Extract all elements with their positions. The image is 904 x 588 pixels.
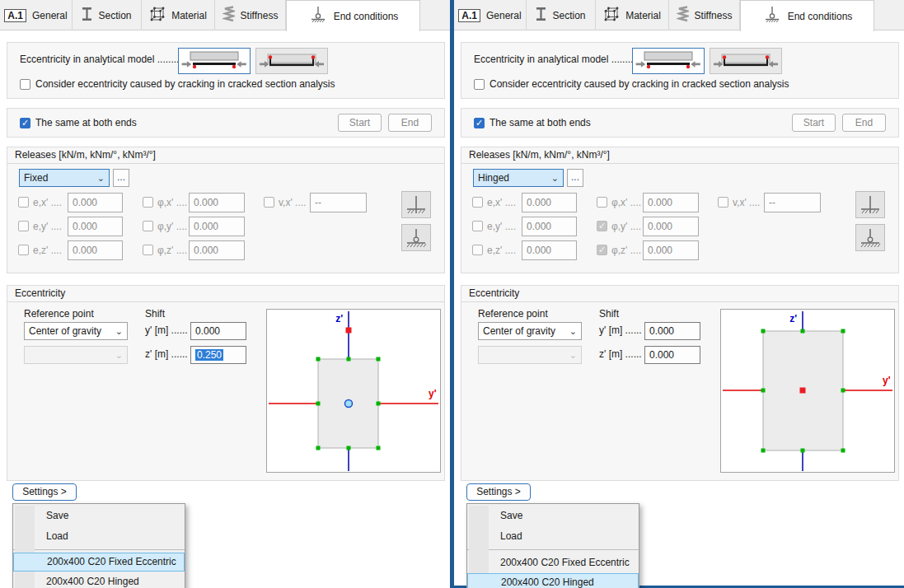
ecc-model-label: Eccentricity in analytical model .......… (474, 54, 639, 65)
phiy-checkbox[interactable] (597, 221, 607, 231)
y-axis-label: y' (883, 375, 891, 386)
tab-material[interactable]: Material (142, 0, 215, 30)
same-ends-checkbox[interactable] (20, 118, 30, 128)
y-shift-field[interactable]: 0.000 (190, 322, 246, 340)
ecc-model-option-center[interactable] (710, 48, 782, 74)
ecc-model-option-center[interactable] (255, 48, 328, 74)
end-button[interactable]: End (842, 114, 886, 132)
eccentricity-title: Eccentricity (7, 286, 444, 302)
ex-checkbox[interactable] (472, 197, 483, 208)
tab-label: Stiffness (695, 10, 733, 21)
ey-field[interactable]: 0.000 (68, 217, 123, 236)
fixed-support-button[interactable] (855, 191, 885, 218)
phiz-field[interactable]: 0.000 (189, 240, 245, 260)
tab-label: End conditions (788, 11, 853, 22)
z-shift-field[interactable]: 0.250 (190, 346, 246, 364)
shifted-point-marker (346, 328, 352, 334)
release-type-combo[interactable]: Fixed ⌄ (19, 169, 110, 187)
menu-item-preset-fixed-eccentric[interactable]: 200x400 C20 Fixed Eccentric (13, 553, 185, 572)
same-ends-label: The same at both ends (35, 117, 137, 128)
tab-label: General (486, 10, 522, 21)
same-ends-row: The same at both ends (474, 117, 591, 128)
fixed-support-button[interactable] (401, 191, 431, 218)
ey-checkbox[interactable] (472, 221, 483, 231)
ez-checkbox[interactable] (472, 245, 483, 255)
phiz-checkbox[interactable] (597, 245, 607, 255)
tab-general[interactable]: A.1 General (0, 0, 73, 30)
ex-label: e,x' .... (487, 197, 516, 208)
ex-checkbox[interactable] (18, 197, 29, 208)
ecc-model-option-bottom[interactable] (178, 48, 251, 74)
phix-checkbox[interactable] (143, 197, 153, 208)
ez-field[interactable]: 0.000 (522, 240, 577, 260)
ex-field[interactable]: 0.000 (68, 193, 123, 212)
phiz-checkbox[interactable] (143, 245, 153, 255)
ez-field[interactable]: 0.000 (68, 240, 123, 260)
settings-button[interactable]: Settings > (466, 483, 531, 501)
menu-item-preset-hinged[interactable]: 200x400 C20 Hinged (467, 573, 639, 588)
release-more-button[interactable]: ... (113, 169, 129, 187)
tab-label: General (32, 10, 68, 21)
tab-end-conditions[interactable]: End conditions (286, 0, 420, 31)
tab-material[interactable]: Material (596, 0, 669, 30)
tab-section[interactable]: Section (73, 0, 142, 30)
tab-end-conditions[interactable]: End conditions (740, 0, 874, 31)
reference-point-combo[interactable]: Center of gravity ⌄ (478, 322, 582, 340)
tab-stiffness[interactable]: Stiffness (669, 0, 740, 30)
phix-field[interactable]: 0.000 (643, 193, 699, 212)
chevron-down-icon: ⌄ (115, 323, 123, 339)
settings-button[interactable]: Settings > (12, 483, 77, 501)
start-button[interactable]: Start (792, 114, 836, 132)
start-button[interactable]: Start (338, 114, 382, 132)
menu-item-load[interactable]: Load (467, 526, 639, 547)
cracking-checkbox[interactable] (474, 79, 485, 90)
cube-icon (603, 6, 620, 25)
tab-section[interactable]: Section (527, 0, 596, 30)
cracking-checkbox[interactable] (20, 79, 30, 90)
ez-checkbox[interactable] (18, 245, 29, 255)
ey-field[interactable]: 0.000 (522, 217, 577, 236)
menu-item-save[interactable]: Save (13, 506, 185, 526)
y-shift-field[interactable]: 0.000 (644, 322, 700, 340)
ey-label: e,y' .... (33, 221, 62, 232)
hinged-support-button[interactable] (855, 224, 885, 251)
phix-field[interactable]: 0.000 (189, 193, 245, 212)
reference-point-combo-2[interactable]: ⌄ (478, 346, 582, 364)
same-ends-checkbox[interactable] (474, 118, 485, 128)
ecc-model-box: Eccentricity in analytical model .......… (7, 42, 445, 99)
panel-divider (450, 0, 454, 588)
menu-item-preset-fixed-eccentric[interactable]: 200x400 C20 Fixed Eccentric (467, 553, 639, 573)
z-shift-label: z' [m] ...... (599, 348, 642, 360)
tab-general[interactable]: A.1 General (454, 0, 527, 30)
chevron-down-icon: ⌄ (569, 347, 577, 363)
vx-checkbox[interactable] (718, 197, 728, 208)
eccentricity-group: Eccentricity Reference point Shift Cente… (7, 285, 445, 481)
ecc-model-option-bottom[interactable] (632, 48, 705, 74)
reference-point-combo-2[interactable]: ⌄ (24, 346, 128, 364)
ey-checkbox[interactable] (18, 221, 29, 231)
vx-field[interactable]: -- (310, 193, 367, 212)
phix-checkbox[interactable] (597, 197, 607, 208)
reference-point-combo[interactable]: Center of gravity ⌄ (24, 322, 128, 340)
phiy-checkbox[interactable] (143, 221, 153, 231)
z-shift-label: z' [m] ...... (145, 348, 188, 360)
tab-stiffness[interactable]: Stiffness (215, 0, 286, 30)
hinged-support-button[interactable] (401, 224, 431, 251)
menu-item-preset-hinged[interactable]: 200x400 C20 Hinged (13, 572, 185, 588)
vx-field[interactable]: -- (764, 193, 821, 212)
phiy-field[interactable]: 0.000 (189, 217, 245, 236)
vx-label: v,x' .... (279, 197, 306, 208)
menu-item-load[interactable]: Load (13, 526, 185, 547)
phiy-field[interactable]: 0.000 (643, 217, 699, 236)
release-more-button[interactable]: ... (567, 169, 583, 187)
release-type-combo[interactable]: Hinged ⌄ (473, 169, 564, 187)
end-button[interactable]: End (388, 114, 432, 132)
phiz-field[interactable]: 0.000 (643, 240, 699, 260)
ex-field[interactable]: 0.000 (522, 193, 577, 212)
ecc-model-center-icon (710, 49, 781, 73)
vx-checkbox[interactable] (264, 197, 274, 208)
menu-item-save[interactable]: Save (467, 506, 639, 526)
z-shift-field[interactable]: 0.000 (644, 346, 700, 364)
ibeam-icon (536, 7, 546, 24)
phiz-label: φ,z' .... (157, 245, 187, 256)
